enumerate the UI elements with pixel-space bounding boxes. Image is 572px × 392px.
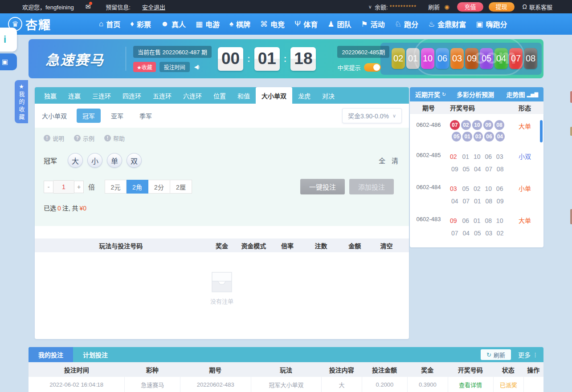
nav-item[interactable]: ♟ 团队 xyxy=(323,13,356,35)
result-ball: 08 xyxy=(524,48,537,69)
my-favorites-tab[interactable]: ★ 我的收藏 xyxy=(15,80,28,123)
result-ball: 05 xyxy=(480,48,493,69)
nav-item[interactable]: ♠ 棋牌 xyxy=(225,13,255,35)
empty-text: 没有注单 xyxy=(210,297,233,305)
recent-panel-tabs: 近期开奖 ↻ 多彩分析预测 走势图 ▂▅▇ xyxy=(410,87,543,101)
position-tab[interactable]: 季军 xyxy=(134,109,158,123)
draw-numbers: 0702100908 0501030604 xyxy=(447,120,506,143)
play-tab[interactable]: 六连环 xyxy=(177,87,208,104)
sale-block: 当前在售 20220602-487 期 ★收藏 投注时间 ◀)) xyxy=(133,46,212,72)
bet-prize: 0.3900 xyxy=(407,377,448,392)
recharge-button[interactable]: 充值 xyxy=(457,2,483,12)
my-bets-tab[interactable]: 计划投注 xyxy=(73,347,118,362)
result-block: 20220602-485期 中奖提示 xyxy=(337,46,389,72)
recent-panel-tab[interactable]: 走势图 ▂▅▇ xyxy=(507,90,538,99)
chart-icon: ▂▅▇ xyxy=(527,92,538,97)
nav-item[interactable]: ♦ 彩票 xyxy=(125,13,156,35)
play-tab[interactable]: 龙虎 xyxy=(292,87,316,104)
play-tab[interactable]: 大小单双 xyxy=(256,87,292,104)
nav-item[interactable]: ▣ 嗨跑分 xyxy=(471,13,512,35)
contact-support-link[interactable]: 联系客服 xyxy=(529,3,552,11)
play-tab[interactable]: 位置 xyxy=(208,87,232,104)
nav-item[interactable]: ☻ 真人 xyxy=(156,13,191,35)
betslip-header-cell: 玩法与投注号码 xyxy=(35,241,207,250)
empty-box-icon xyxy=(209,271,235,293)
position-tab[interactable]: 冠军 xyxy=(77,109,101,123)
balance-refresh-link[interactable]: 刷新 xyxy=(428,3,440,11)
current-issue-badge: 当前在售 20220602-487 期 xyxy=(133,46,212,58)
multiplier-minus-button[interactable]: - xyxy=(44,181,53,193)
withdraw-button[interactable]: 提现 xyxy=(489,2,515,12)
balance-label: 余额: xyxy=(375,3,388,11)
home-icon: ⌂ xyxy=(99,20,103,28)
win-tip-toggle[interactable] xyxy=(364,63,381,72)
nav-item[interactable]: ▦ 电游 xyxy=(191,13,225,35)
my-bets-tab[interactable]: 我的投注 xyxy=(29,347,73,362)
nav-item[interactable]: ♨ 金鼎财富 xyxy=(423,13,471,35)
add-bet-button[interactable]: 添加投注 xyxy=(349,179,394,194)
chevron-down-icon[interactable]: ∨ xyxy=(368,4,372,10)
nav-item-label: 活动 xyxy=(371,19,385,29)
edge-widget-sliver xyxy=(570,91,572,103)
bet-option-pill[interactable]: 小 xyxy=(87,153,102,168)
helper-link[interactable]: ! 说明 xyxy=(44,134,64,142)
team-icon: ♟ xyxy=(327,20,334,29)
position-tab[interactable]: 亚军 xyxy=(105,109,129,123)
floating-widget-app[interactable]: i xyxy=(0,28,17,52)
unit-button[interactable]: 2分 xyxy=(148,180,170,194)
nav-item[interactable]: ⌘ 电竞 xyxy=(255,13,290,35)
quick-bet-button[interactable]: 一键投注 xyxy=(300,179,345,194)
countdown-hours: 00 xyxy=(218,47,243,71)
bet-action xyxy=(523,377,543,392)
bet-option-pill[interactable]: 单 xyxy=(107,153,122,168)
nav-item[interactable]: ⚑ 活动 xyxy=(356,13,390,35)
more-button[interactable]: 更多 ⋮ xyxy=(518,350,538,359)
play-tab[interactable]: 独赢 xyxy=(38,87,62,104)
view-details-link[interactable]: 查看详情 xyxy=(448,377,493,392)
play-tab[interactable]: 对决 xyxy=(316,87,340,104)
topbar-left: 欢迎您，fengfeining ✉ 预留信息: 安全退出 xyxy=(22,3,177,11)
result-ball: 06 xyxy=(436,48,449,69)
bet-controls-row: - + 倍 2元 2角 2分 2厘 一键投注 添加投注 xyxy=(44,180,400,194)
lottery-icon: ♦ xyxy=(130,20,134,28)
betslip-header-cell: 奖金 xyxy=(207,241,237,250)
result-ball: 02 xyxy=(392,48,405,69)
recent-panel-tab[interactable]: 近期开奖 ↻ xyxy=(415,90,446,99)
banner-divider xyxy=(126,47,126,71)
bet-option-pill[interactable]: 双 xyxy=(127,153,142,168)
unit-button[interactable]: 2角 xyxy=(127,180,148,194)
multiplier-plus-button[interactable]: + xyxy=(74,181,84,193)
play-tab[interactable]: 连赢 xyxy=(62,87,86,104)
play-tab[interactable]: 四连环 xyxy=(117,87,147,104)
nav-item[interactable]: Ψ 体育 xyxy=(290,13,323,35)
countdown-seconds: 18 xyxy=(290,47,316,71)
helper-link[interactable]: ! 帮助 xyxy=(104,134,125,142)
floating-widget-qr[interactable]: ▣ xyxy=(0,53,17,70)
my-bets-header-cell: 投注时间 xyxy=(29,365,124,374)
play-tab[interactable]: 三连环 xyxy=(86,87,117,104)
unit-button[interactable]: 2元 xyxy=(105,180,127,194)
my-bets-header-cell: 期号 xyxy=(180,365,251,374)
nav-item[interactable]: ♘ 跑分 xyxy=(390,13,423,35)
play-tab[interactable]: 和值 xyxy=(232,87,256,104)
unit-button[interactable]: 2厘 xyxy=(170,180,192,194)
draw-ball: 02 xyxy=(461,120,471,130)
speaker-icon[interactable]: ◀)) xyxy=(194,64,199,70)
refresh-button[interactable]: ↻ 刷新 xyxy=(481,349,511,360)
bonus-dropdown[interactable]: 奖金3.90-0.0% ∨ xyxy=(342,108,402,123)
helper-link[interactable]: ? 示例 xyxy=(74,134,94,142)
logout-link[interactable]: 安全退出 xyxy=(142,3,165,11)
eye-icon[interactable]: ◉ xyxy=(444,4,449,10)
favorite-badge[interactable]: ★收藏 xyxy=(133,62,156,72)
play-tab[interactable]: 五连环 xyxy=(147,87,177,104)
recent-panel-tab[interactable]: 多彩分析预测 xyxy=(457,90,496,99)
bet-option-pill[interactable]: 大 xyxy=(68,153,83,168)
clear-link[interactable]: 清 xyxy=(392,156,398,165)
egame-icon: ▦ xyxy=(196,20,203,29)
sub-tab-row: 大小单双 冠军 亚军 季军 奖金3.90-0.0% ∨ xyxy=(35,104,409,128)
recent-scrollbar[interactable] xyxy=(540,120,543,142)
select-all-link[interactable]: 全 xyxy=(379,156,385,165)
multiplier-input[interactable] xyxy=(53,180,74,194)
nav-item[interactable]: ⌂ 首页 xyxy=(94,13,125,35)
message-icon[interactable]: ✉ xyxy=(86,3,91,10)
